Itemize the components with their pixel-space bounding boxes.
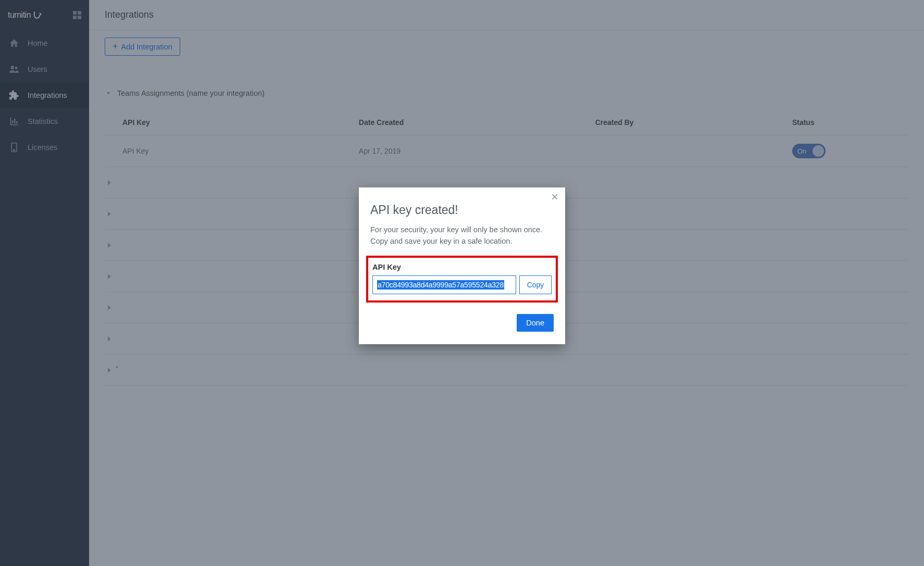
close-button[interactable] — [551, 193, 559, 203]
api-key-value: a70c84993a8d4a9999a57a595524a328 — [377, 280, 504, 290]
api-key-input[interactable]: a70c84993a8d4a9999a57a595524a328 — [372, 275, 516, 294]
modal-title: API key created! — [370, 203, 554, 217]
api-key-highlight-box: API Key a70c84993a8d4a9999a57a595524a328… — [366, 256, 558, 303]
copy-button-label: Copy — [527, 281, 544, 289]
modal-footer: Done — [370, 314, 554, 332]
modal-body: API key created! For your security, your… — [359, 187, 565, 344]
api-key-field-row: a70c84993a8d4a9999a57a595524a328 Copy — [372, 275, 552, 294]
api-key-modal: API key created! For your security, your… — [359, 187, 565, 344]
modal-description: For your security, your key will only be… — [370, 224, 554, 247]
copy-button[interactable]: Copy — [519, 275, 552, 294]
close-icon — [551, 193, 559, 201]
done-button[interactable]: Done — [517, 314, 554, 332]
done-button-label: Done — [526, 319, 544, 327]
modal-overlay[interactable]: API key created! For your security, your… — [0, 0, 924, 566]
api-key-field-label: API Key — [372, 263, 552, 271]
